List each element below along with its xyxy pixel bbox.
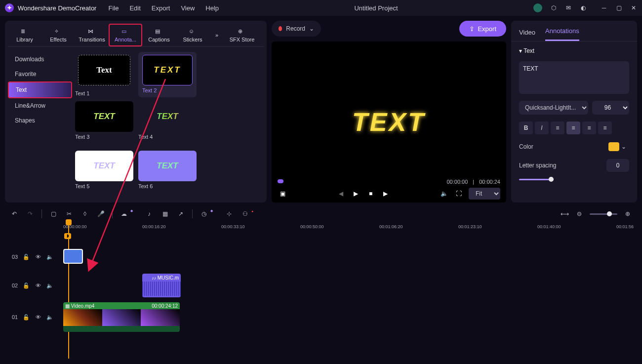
- pan-zoom-icon[interactable]: ↗: [176, 209, 185, 218]
- mute-icon[interactable]: 🔈: [46, 282, 53, 289]
- marker-icon[interactable]: ◊: [80, 209, 89, 218]
- cat-shapes[interactable]: Shapes: [8, 113, 72, 128]
- lock-icon[interactable]: 🔓: [23, 314, 30, 321]
- menu-help[interactable]: Help: [205, 4, 219, 12]
- tab-effects[interactable]: ✧Effects: [41, 24, 75, 46]
- record-button[interactable]: Record ⌄: [272, 21, 321, 37]
- tab-more[interactable]: »: [209, 24, 224, 46]
- close-icon[interactable]: ✕: [630, 4, 637, 11]
- rtab-annotations[interactable]: Annotations: [545, 27, 579, 41]
- main-menu: File Edit Export View Help: [108, 4, 219, 12]
- letter-spacing-slider[interactable]: [519, 179, 554, 180]
- preview-pane: Record ⌄ ⇪ Export TEXT 00:00:00 | 00:00:…: [272, 21, 506, 202]
- fullscreen-icon[interactable]: ⛶: [454, 189, 464, 199]
- track-1: 01 🔓 👁 🔈 ▦ Video.mp400:00:24:12: [5, 302, 637, 332]
- tab-transitions[interactable]: ⋈Transitions: [75, 24, 109, 46]
- letter-spacing-input[interactable]: [606, 159, 629, 172]
- audio-edit-icon[interactable]: ♪: [145, 209, 154, 218]
- sub-video-smart-icon[interactable]: ⚇: [241, 209, 249, 218]
- preview-text: TEXT: [352, 107, 426, 137]
- align-right-button[interactable]: ≡: [582, 121, 596, 134]
- align-center-button[interactable]: ≡: [566, 121, 580, 134]
- color-label: Color: [519, 143, 533, 150]
- section-text-header[interactable]: ▾ Text: [519, 47, 629, 54]
- minimize-icon[interactable]: ─: [601, 4, 607, 11]
- denoise-icon[interactable]: ☁: [120, 209, 128, 218]
- export-button[interactable]: ⇪ Export: [459, 21, 506, 37]
- preset-text-5[interactable]: TEXTText 5: [75, 151, 133, 196]
- stop-icon[interactable]: ■: [366, 189, 376, 199]
- font-select[interactable]: Quicksand-LightIt...: [519, 101, 588, 115]
- menu-view[interactable]: View: [181, 4, 195, 12]
- greenscreen-icon[interactable]: ▦: [160, 209, 169, 218]
- message-icon[interactable]: ✉: [565, 4, 572, 11]
- undo-icon[interactable]: ↶: [10, 209, 19, 218]
- clip-text[interactable]: [63, 249, 83, 264]
- preset-text-6[interactable]: TEXTText 6: [138, 151, 197, 196]
- zoom-in-icon[interactable]: ⊕: [623, 209, 632, 218]
- chevron-down-icon[interactable]: ⌄: [309, 25, 314, 32]
- cat-line-arrow[interactable]: Line&Arrow: [8, 98, 72, 113]
- speed-icon[interactable]: ◷: [200, 209, 208, 218]
- fit-select[interactable]: Fit: [469, 188, 500, 200]
- library-tabs: ≣Library ✧Effects ⋈Transitions ▭Annota..…: [8, 24, 264, 47]
- lock-icon[interactable]: 🔓: [23, 282, 30, 289]
- menu-edit[interactable]: Edit: [129, 4, 140, 12]
- annotation-categories: Downloads Favorite Text Line&Arrow Shape…: [8, 47, 72, 199]
- tab-annotations[interactable]: ▭Annota...: [109, 24, 142, 46]
- text-value-input[interactable]: [519, 61, 629, 94]
- project-title: Untitled Project: [219, 4, 533, 12]
- cloud-icon[interactable]: ⬡: [550, 4, 557, 11]
- split-icon[interactable]: ✂: [65, 209, 74, 218]
- app-logo-icon: ✦: [5, 3, 14, 12]
- bold-button[interactable]: B: [519, 121, 533, 134]
- timeline-ruler[interactable]: ◗ 00:00:00:00 00:00:16:20 00:00:33:10 00…: [5, 221, 637, 233]
- redo-icon[interactable]: ↷: [26, 209, 35, 218]
- align-justify-button[interactable]: ≡: [598, 121, 612, 134]
- preset-text-2[interactable]: TEXTText 2: [138, 52, 197, 97]
- tab-captions[interactable]: ▤Captions: [142, 24, 176, 46]
- preview-progress-bar[interactable]: [278, 181, 441, 183]
- mute-icon[interactable]: 🔈: [46, 314, 53, 321]
- preset-text-4[interactable]: TEXTText 4: [138, 101, 197, 147]
- adjust-icon[interactable]: ⊹: [225, 209, 234, 218]
- tab-sfx-store[interactable]: ⊕SFX Store: [224, 24, 260, 46]
- window-controls: ─ ▢ ✕: [601, 4, 637, 11]
- eye-icon[interactable]: 👁: [35, 282, 41, 289]
- preset-text-1[interactable]: TextText 1: [75, 52, 133, 97]
- font-size-input[interactable]: 96: [592, 101, 629, 115]
- zoom-slider[interactable]: [590, 213, 617, 215]
- preview-viewport: TEXT 00:00:00 | 00:00:24 ▣ ◀ ▶ ■ ▶ 🔈 ⛶ F…: [272, 41, 506, 202]
- rtab-video[interactable]: Video: [519, 29, 535, 41]
- mute-icon[interactable]: 🔈: [46, 253, 53, 260]
- zoom-out-icon[interactable]: ⊖: [575, 209, 584, 218]
- italic-button[interactable]: I: [535, 121, 549, 134]
- eye-icon[interactable]: 👁: [35, 253, 41, 260]
- snapshot-icon[interactable]: ▣: [278, 189, 287, 199]
- color-picker[interactable]: ⌄: [608, 141, 629, 152]
- play-icon[interactable]: ▶: [351, 189, 361, 199]
- voiceover-icon[interactable]: 🎤: [96, 209, 105, 218]
- lock-icon[interactable]: 🔓: [23, 253, 30, 260]
- prev-frame-icon[interactable]: ◀: [336, 189, 346, 199]
- cat-downloads[interactable]: Downloads: [8, 52, 72, 67]
- eye-icon[interactable]: 👁: [35, 314, 41, 321]
- track-3: 03 🔓 👁 🔈: [5, 245, 637, 269]
- cat-text[interactable]: Text: [8, 81, 72, 98]
- next-frame-icon[interactable]: ▶: [381, 189, 391, 199]
- crop-icon[interactable]: ▢: [49, 209, 58, 218]
- menu-export[interactable]: Export: [152, 4, 170, 12]
- tab-library[interactable]: ≣Library: [8, 24, 41, 46]
- fit-timeline-icon[interactable]: ⟷: [560, 209, 569, 218]
- preset-text-3[interactable]: TEXTText 3: [75, 101, 133, 147]
- headset-icon[interactable]: ◐: [580, 4, 587, 11]
- volume-icon[interactable]: 🔈: [439, 189, 449, 199]
- account-icon[interactable]: [533, 3, 542, 12]
- align-left-button[interactable]: ≡: [551, 121, 564, 134]
- menu-file[interactable]: File: [108, 4, 119, 12]
- clip-audio[interactable]: ♪♪ MUSIC.m: [142, 274, 181, 297]
- tab-stickers[interactable]: ☺Stickers: [176, 24, 209, 46]
- clip-video[interactable]: ▦ Video.mp400:00:24:12: [63, 302, 180, 332]
- cat-favorite[interactable]: Favorite: [8, 67, 72, 81]
- maximize-icon[interactable]: ▢: [615, 4, 622, 11]
